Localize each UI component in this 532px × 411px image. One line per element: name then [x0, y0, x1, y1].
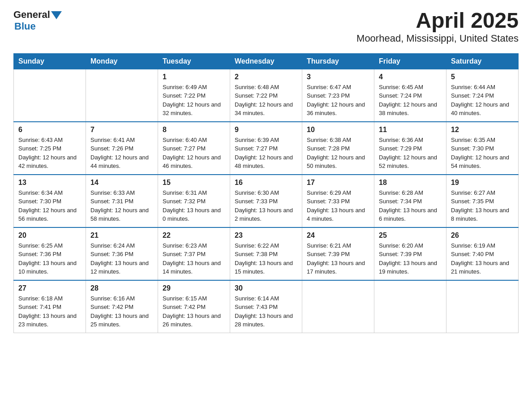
- calendar-cell: 7Sunrise: 6:41 AM Sunset: 7:26 PM Daylig…: [86, 122, 158, 175]
- page-title: April 2025: [356, 9, 519, 33]
- day-number: 25: [379, 231, 442, 240]
- calendar-cell: [86, 69, 158, 122]
- page-header: General Blue April 2025 Moorhead, Missis…: [13, 9, 519, 44]
- calendar-week-row: 1Sunrise: 6:49 AM Sunset: 7:22 PM Daylig…: [14, 69, 519, 122]
- calendar-cell: 4Sunrise: 6:45 AM Sunset: 7:24 PM Daylig…: [374, 69, 446, 122]
- day-number: 28: [90, 284, 153, 292]
- day-number: 17: [307, 179, 369, 187]
- day-info: Sunrise: 6:21 AM Sunset: 7:39 PM Dayligh…: [307, 241, 369, 276]
- calendar-cell: [14, 69, 86, 122]
- day-info: Sunrise: 6:47 AM Sunset: 7:23 PM Dayligh…: [307, 83, 369, 118]
- day-info: Sunrise: 6:49 AM Sunset: 7:22 PM Dayligh…: [163, 83, 225, 118]
- calendar-week-row: 6Sunrise: 6:43 AM Sunset: 7:25 PM Daylig…: [14, 122, 519, 175]
- day-info: Sunrise: 6:28 AM Sunset: 7:34 PM Dayligh…: [379, 188, 442, 223]
- calendar-day-header: Tuesday: [158, 53, 230, 69]
- day-number: 27: [18, 284, 81, 292]
- calendar-cell: 23Sunrise: 6:22 AM Sunset: 7:38 PM Dayli…: [230, 227, 302, 280]
- day-info: Sunrise: 6:39 AM Sunset: 7:27 PM Dayligh…: [235, 136, 297, 171]
- calendar-cell: 12Sunrise: 6:35 AM Sunset: 7:30 PM Dayli…: [446, 122, 519, 175]
- day-number: 29: [163, 284, 225, 292]
- day-number: 22: [163, 231, 225, 240]
- calendar-cell: 18Sunrise: 6:28 AM Sunset: 7:34 PM Dayli…: [374, 175, 446, 227]
- calendar-cell: 17Sunrise: 6:29 AM Sunset: 7:33 PM Dayli…: [302, 175, 374, 227]
- day-info: Sunrise: 6:36 AM Sunset: 7:29 PM Dayligh…: [379, 136, 442, 171]
- day-number: 9: [235, 126, 297, 134]
- calendar-cell: 2Sunrise: 6:48 AM Sunset: 7:22 PM Daylig…: [230, 69, 302, 122]
- calendar-cell: 26Sunrise: 6:19 AM Sunset: 7:40 PM Dayli…: [446, 227, 519, 280]
- day-number: 26: [451, 231, 514, 240]
- day-number: 11: [379, 126, 442, 134]
- day-info: Sunrise: 6:27 AM Sunset: 7:35 PM Dayligh…: [451, 188, 514, 223]
- calendar-day-header: Thursday: [302, 53, 374, 69]
- day-number: 15: [163, 179, 225, 187]
- day-number: 14: [90, 179, 153, 187]
- day-number: 21: [90, 231, 153, 240]
- day-info: Sunrise: 6:29 AM Sunset: 7:33 PM Dayligh…: [307, 188, 369, 223]
- calendar-header-row: SundayMondayTuesdayWednesdayThursdayFrid…: [14, 53, 519, 69]
- calendar-cell: 28Sunrise: 6:16 AM Sunset: 7:42 PM Dayli…: [86, 280, 158, 333]
- day-number: 20: [18, 231, 81, 240]
- day-info: Sunrise: 6:18 AM Sunset: 7:41 PM Dayligh…: [18, 294, 81, 329]
- day-info: Sunrise: 6:45 AM Sunset: 7:24 PM Dayligh…: [379, 83, 442, 118]
- calendar-cell: 24Sunrise: 6:21 AM Sunset: 7:39 PM Dayli…: [302, 227, 374, 280]
- page-subtitle: Moorhead, Mississippi, United States: [356, 33, 519, 44]
- day-number: 5: [451, 73, 514, 81]
- day-info: Sunrise: 6:22 AM Sunset: 7:38 PM Dayligh…: [235, 241, 297, 276]
- day-info: Sunrise: 6:41 AM Sunset: 7:26 PM Dayligh…: [90, 136, 153, 171]
- calendar-cell: 14Sunrise: 6:33 AM Sunset: 7:31 PM Dayli…: [86, 175, 158, 227]
- day-number: 8: [163, 126, 225, 134]
- calendar-week-row: 27Sunrise: 6:18 AM Sunset: 7:41 PM Dayli…: [14, 280, 519, 333]
- day-number: 4: [379, 73, 442, 81]
- day-number: 13: [18, 179, 81, 187]
- calendar-day-header: Saturday: [446, 53, 519, 69]
- day-info: Sunrise: 6:30 AM Sunset: 7:33 PM Dayligh…: [235, 188, 297, 223]
- day-info: Sunrise: 6:23 AM Sunset: 7:37 PM Dayligh…: [163, 241, 225, 276]
- day-number: 3: [307, 73, 369, 81]
- day-info: Sunrise: 6:20 AM Sunset: 7:39 PM Dayligh…: [379, 241, 442, 276]
- calendar-cell: [374, 280, 446, 333]
- day-number: 6: [18, 126, 81, 134]
- calendar-cell: 1Sunrise: 6:49 AM Sunset: 7:22 PM Daylig…: [158, 69, 230, 122]
- calendar-cell: [302, 280, 374, 333]
- calendar-day-header: Monday: [86, 53, 158, 69]
- calendar-cell: 22Sunrise: 6:23 AM Sunset: 7:37 PM Dayli…: [158, 227, 230, 280]
- calendar-cell: 9Sunrise: 6:39 AM Sunset: 7:27 PM Daylig…: [230, 122, 302, 175]
- calendar-cell: 20Sunrise: 6:25 AM Sunset: 7:36 PM Dayli…: [14, 227, 86, 280]
- calendar-cell: 6Sunrise: 6:43 AM Sunset: 7:25 PM Daylig…: [14, 122, 86, 175]
- calendar-cell: 25Sunrise: 6:20 AM Sunset: 7:39 PM Dayli…: [374, 227, 446, 280]
- logo-triangle-icon: [51, 11, 62, 19]
- day-info: Sunrise: 6:24 AM Sunset: 7:36 PM Dayligh…: [90, 241, 153, 276]
- calendar-cell: 15Sunrise: 6:31 AM Sunset: 7:32 PM Dayli…: [158, 175, 230, 227]
- calendar-day-header: Wednesday: [230, 53, 302, 69]
- logo-blue-text: Blue: [14, 21, 36, 32]
- day-number: 19: [451, 179, 514, 187]
- calendar-day-header: Sunday: [14, 53, 86, 69]
- calendar-cell: 5Sunrise: 6:44 AM Sunset: 7:24 PM Daylig…: [446, 69, 519, 122]
- title-area: April 2025 Moorhead, Mississippi, United…: [356, 9, 519, 44]
- day-info: Sunrise: 6:33 AM Sunset: 7:31 PM Dayligh…: [90, 188, 153, 223]
- day-info: Sunrise: 6:43 AM Sunset: 7:25 PM Dayligh…: [18, 136, 81, 171]
- day-info: Sunrise: 6:44 AM Sunset: 7:24 PM Dayligh…: [451, 83, 514, 118]
- calendar-cell: 29Sunrise: 6:15 AM Sunset: 7:42 PM Dayli…: [158, 280, 230, 333]
- day-info: Sunrise: 6:16 AM Sunset: 7:42 PM Dayligh…: [90, 294, 153, 329]
- day-number: 10: [307, 126, 369, 134]
- calendar-cell: 13Sunrise: 6:34 AM Sunset: 7:30 PM Dayli…: [14, 175, 86, 227]
- day-number: 2: [235, 73, 297, 81]
- day-number: 7: [90, 126, 153, 134]
- calendar-cell: 3Sunrise: 6:47 AM Sunset: 7:23 PM Daylig…: [302, 69, 374, 122]
- calendar-cell: 19Sunrise: 6:27 AM Sunset: 7:35 PM Dayli…: [446, 175, 519, 227]
- day-info: Sunrise: 6:31 AM Sunset: 7:32 PM Dayligh…: [163, 188, 225, 223]
- day-number: 1: [163, 73, 225, 81]
- day-info: Sunrise: 6:48 AM Sunset: 7:22 PM Dayligh…: [235, 83, 297, 118]
- day-info: Sunrise: 6:25 AM Sunset: 7:36 PM Dayligh…: [18, 241, 81, 276]
- calendar-cell: 10Sunrise: 6:38 AM Sunset: 7:28 PM Dayli…: [302, 122, 374, 175]
- logo-general-text: General: [13, 9, 50, 21]
- calendar-cell: 16Sunrise: 6:30 AM Sunset: 7:33 PM Dayli…: [230, 175, 302, 227]
- day-info: Sunrise: 6:14 AM Sunset: 7:43 PM Dayligh…: [235, 294, 297, 329]
- day-info: Sunrise: 6:38 AM Sunset: 7:28 PM Dayligh…: [307, 136, 369, 171]
- calendar-table: SundayMondayTuesdayWednesdayThursdayFrid…: [13, 53, 519, 333]
- day-info: Sunrise: 6:19 AM Sunset: 7:40 PM Dayligh…: [451, 241, 514, 276]
- day-info: Sunrise: 6:40 AM Sunset: 7:27 PM Dayligh…: [163, 136, 225, 171]
- calendar-cell: 8Sunrise: 6:40 AM Sunset: 7:27 PM Daylig…: [158, 122, 230, 175]
- calendar-week-row: 20Sunrise: 6:25 AM Sunset: 7:36 PM Dayli…: [14, 227, 519, 280]
